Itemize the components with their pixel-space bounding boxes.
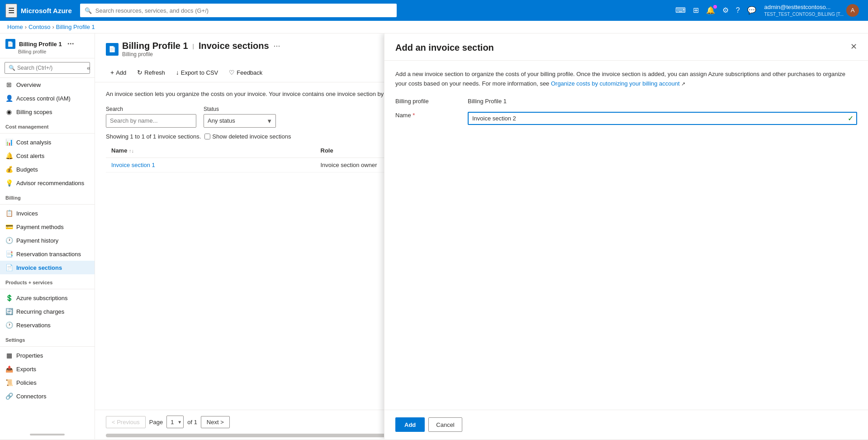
sidebar-item-overview-label: Overview (16, 81, 41, 88)
sidebar-item-invoice-sections[interactable]: 📄 Invoice sections (0, 261, 95, 274)
cost-analysis-icon: 📊 (5, 139, 13, 146)
invoice-section-link[interactable]: Invoice section 1 (111, 162, 155, 168)
content-title-group: Billing Profile 1 | Invoice sections ···… (122, 41, 280, 57)
add-button[interactable]: + Add (106, 67, 131, 78)
add-label: Add (116, 69, 126, 76)
search-bar[interactable]: 🔍 (80, 4, 397, 17)
sidebar-item-recurring-charges[interactable]: 🔄 Recurring charges (0, 305, 95, 318)
settings-divider (0, 346, 95, 347)
panel-desc-link[interactable]: Organize costs by cutomizing your billin… (551, 80, 680, 87)
breadcrumb-contoso[interactable]: Contoso (28, 24, 50, 30)
sidebar-nav: ⊞ Overview 👤 Access control (IAM) ◉ Bill… (0, 78, 95, 432)
sidebar-more-options[interactable]: ··· (67, 39, 74, 49)
user-tenant: TEST_TEST_CONTOSO_BILLING [T... (764, 11, 844, 17)
sidebar-item-exports[interactable]: 📤 Exports (0, 362, 95, 376)
sidebar-item-payment-methods-label: Payment methods (16, 224, 64, 230)
status-filter-select[interactable]: Any status Active Deleted (204, 114, 276, 128)
portal-menu-button[interactable]: ⊞ (690, 4, 702, 16)
cloud-shell-button[interactable]: ⌨ (673, 4, 688, 16)
sidebar-search-input[interactable] (17, 65, 85, 71)
panel-external-link-icon: ↗ (681, 81, 685, 86)
billing-profile-value: Billing Profile 1 (468, 98, 507, 105)
cost-management-section-label: Cost management (0, 119, 95, 131)
panel-header: Add an invoice section ✕ (384, 33, 868, 61)
search-input[interactable] (95, 7, 392, 14)
search-icon: 🔍 (85, 7, 92, 14)
sidebar-item-payment-history-label: Payment history (16, 237, 58, 244)
advisor-icon: 💡 (5, 179, 13, 187)
add-icon: + (110, 69, 114, 76)
sidebar-item-overview[interactable]: ⊞ Overview (0, 78, 95, 91)
refresh-button[interactable]: ↻ Refresh (133, 67, 170, 78)
panel-add-button[interactable]: Add (395, 417, 425, 432)
sidebar-item-cost-analysis[interactable]: 📊 Cost analysis (0, 135, 95, 149)
sidebar-item-invoices[interactable]: 📋 Invoices (0, 206, 95, 220)
show-deleted-checkbox[interactable] (204, 134, 210, 139)
billing-scopes-icon: ◉ (5, 108, 13, 115)
content-title-icon: 📄 (106, 43, 119, 56)
page-breadcrumb-label: Billing profile (122, 51, 280, 57)
settings-button[interactable]: ⚙ (720, 4, 731, 16)
sidebar-item-billing-scopes[interactable]: ◉ Billing scopes (0, 105, 95, 119)
refresh-label: Refresh (144, 69, 165, 76)
budgets-icon: 💰 (5, 166, 13, 173)
sidebar-item-access-control-label: Access control (IAM) (16, 95, 71, 102)
sidebar-item-reservation-transactions-label: Reservation transactions (16, 251, 81, 258)
sidebar-item-properties[interactable]: ▦ Properties (0, 349, 95, 362)
billing-profile-label: Billing profile (395, 98, 459, 105)
name-search-input[interactable] (106, 114, 196, 128)
sort-icon-name[interactable]: ↑↓ (129, 148, 134, 153)
products-services-section-label: Products + services (0, 274, 95, 287)
hamburger-menu-button[interactable]: ☰ (5, 4, 17, 18)
sidebar-collapse-button[interactable]: « (87, 64, 90, 72)
sidebar: 📄 Billing Profile 1 ··· Billing profile … (0, 33, 95, 439)
feedback-icon: ♡ (229, 69, 235, 76)
feedback-button[interactable]: ♡ Feedback (224, 67, 267, 78)
sidebar-item-exports-label: Exports (16, 366, 36, 373)
sidebar-item-payment-history[interactable]: 🕐 Payment history (0, 234, 95, 247)
sidebar-item-budgets[interactable]: 💰 Budgets (0, 163, 95, 176)
sidebar-header: 📄 Billing Profile 1 ··· Billing profile (0, 33, 95, 58)
sidebar-item-connectors[interactable]: 🔗 Connectors (0, 389, 95, 403)
sidebar-item-reservations[interactable]: 🕐 Reservations (0, 318, 95, 332)
reservations-icon: 🕐 (5, 321, 13, 329)
export-csv-button[interactable]: ↓ Export to CSV (171, 67, 223, 78)
status-filter-group: Status Any status Active Deleted ▼ (204, 106, 276, 128)
panel-title: Add an invoice section (395, 43, 494, 53)
panel-close-button[interactable]: ✕ (850, 43, 857, 51)
billing-section-label: Billing (0, 190, 95, 202)
search-filter-group: Search (106, 106, 196, 128)
sidebar-title-icon: 📄 (5, 39, 15, 49)
next-page-button[interactable]: Next > (201, 416, 230, 428)
help-button[interactable]: ? (733, 5, 743, 16)
user-menu[interactable]: admin@testtestcontoso... TEST_TEST_CONTO… (761, 2, 863, 19)
sidebar-item-reservation-transactions[interactable]: 📑 Reservation transactions (0, 247, 95, 261)
sidebar-scroll-indicator (0, 432, 95, 439)
name-input-wrap: ✓ (468, 112, 857, 125)
show-deleted-text: Show deleted invoice sections (212, 133, 291, 140)
feedback-button[interactable]: 💬 (745, 4, 759, 16)
sidebar-item-policies[interactable]: 📜 Policies (0, 376, 95, 389)
sidebar-item-cost-alerts[interactable]: 🔔 Cost alerts (0, 149, 95, 163)
panel-add-label: Add (404, 421, 416, 428)
sidebar-item-policies-label: Policies (16, 379, 37, 386)
previous-page-button[interactable]: < Previous (106, 416, 146, 428)
sidebar-item-recurring-charges-label: Recurring charges (16, 308, 64, 315)
page-number-select[interactable]: 1 (166, 416, 184, 428)
sidebar-item-access-control[interactable]: 👤 Access control (IAM) (0, 91, 95, 105)
showing-count-text: Showing 1 to 1 of 1 invoice sections. (106, 133, 201, 140)
sidebar-item-azure-subscriptions[interactable]: 💲 Azure subscriptions (0, 291, 95, 305)
breadcrumb-home[interactable]: Home (7, 24, 23, 30)
sidebar-item-cost-alerts-label: Cost alerts (16, 153, 44, 159)
sidebar-item-advisor-recommendations[interactable]: 💡 Advisor recommendations (0, 176, 95, 190)
panel-cancel-button[interactable]: Cancel (428, 417, 462, 432)
breadcrumb-billing-profile[interactable]: Billing Profile 1 (56, 24, 95, 30)
notifications-button[interactable]: 🔔 (703, 4, 718, 16)
sidebar-subtitle: Billing profile (18, 49, 89, 54)
sidebar-item-properties-label: Properties (16, 352, 43, 359)
invoice-section-name-input[interactable] (468, 112, 857, 125)
sidebar-item-payment-methods[interactable]: 💳 Payment methods (0, 220, 95, 234)
show-deleted-label[interactable]: Show deleted invoice sections (204, 133, 291, 140)
sidebar-item-billing-scopes-label: Billing scopes (16, 109, 52, 115)
page-more-options[interactable]: ··· (274, 41, 280, 51)
